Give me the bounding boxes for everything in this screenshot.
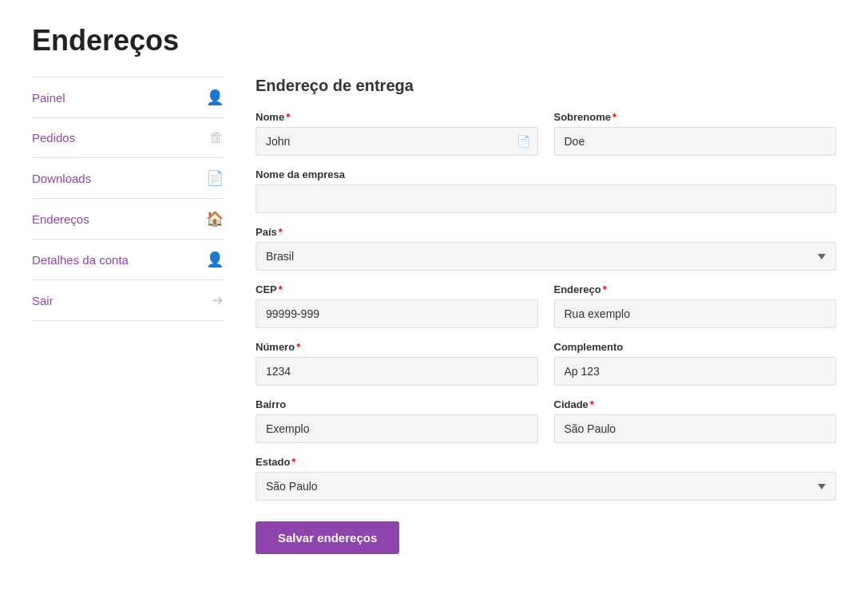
cep-endereco-row: CEP* Endereço* [256, 283, 836, 328]
complemento-input[interactable] [554, 357, 837, 386]
sair-icon: ➜ [212, 291, 224, 309]
complemento-group: Complemento [554, 341, 837, 386]
empresa-label: Nome da empresa [256, 168, 836, 180]
nome-group: Nome* 📄 [256, 111, 538, 156]
estado-required: * [291, 456, 295, 468]
nome-input-wrapper: 📄 [256, 127, 538, 156]
complemento-label: Complemento [554, 341, 837, 353]
empresa-input[interactable] [256, 184, 836, 213]
section-title: Endereço de entrega [256, 77, 836, 95]
endereco-group: Endereço* [554, 283, 837, 328]
cep-required: * [279, 283, 283, 295]
numero-group: Número* [256, 341, 538, 386]
estado-select[interactable]: São Paulo Rio de Janeiro Minas Gerais [256, 472, 836, 501]
estado-row: Estado* São Paulo Rio de Janeiro Minas G… [256, 456, 836, 501]
bairro-cidade-row: Bairro Cidade* [256, 398, 836, 443]
detalhes-icon: 👤 [206, 251, 224, 268]
cidade-required: * [590, 398, 594, 410]
sidebar-item-painel[interactable]: Painel 👤 [32, 77, 224, 118]
enderecos-icon: 🏠 [206, 210, 224, 228]
nome-card-icon: 📄 [517, 135, 530, 148]
sidebar-item-pedidos[interactable]: Pedidos 🗑 [32, 118, 224, 158]
bairro-input[interactable] [256, 414, 538, 443]
sidebar-painel-label: Painel [32, 91, 65, 105]
endereco-required: * [603, 283, 607, 295]
main-content: Endereço de entrega Nome* 📄 Sobrenome* [256, 77, 836, 554]
sidebar-sair-label: Sair [32, 294, 54, 307]
pais-group: País* Brasil Argentina Chile [256, 226, 836, 271]
cep-input[interactable] [256, 299, 538, 328]
page-title: Endereços [32, 24, 836, 57]
sidebar-pedidos-label: Pedidos [32, 131, 75, 145]
nome-input[interactable] [256, 127, 538, 156]
save-button[interactable]: Salvar endereços [256, 521, 399, 554]
sidebar-item-downloads[interactable]: Downloads 📄 [32, 158, 224, 199]
nome-label: Nome* [256, 111, 538, 123]
pais-label: País* [256, 226, 836, 238]
cidade-label: Cidade* [554, 398, 837, 410]
downloads-icon: 📄 [206, 169, 224, 187]
endereco-input[interactable] [554, 299, 837, 328]
bairro-label: Bairro [256, 398, 538, 410]
cidade-input[interactable] [554, 414, 837, 443]
sidebar: Painel 👤 Pedidos 🗑 Downloads 📄 Endereços… [32, 77, 224, 554]
painel-icon: 👤 [206, 89, 224, 106]
sidebar-enderecos-label: Endereços [32, 212, 89, 226]
empresa-row: Nome da empresa [256, 168, 836, 213]
endereco-label: Endereço* [554, 283, 837, 295]
sobrenome-group: Sobrenome* [554, 111, 837, 156]
estado-group: Estado* São Paulo Rio de Janeiro Minas G… [256, 456, 836, 501]
pais-select[interactable]: Brasil Argentina Chile [256, 242, 836, 271]
sobrenome-label: Sobrenome* [554, 111, 837, 123]
bairro-group: Bairro [256, 398, 538, 443]
empresa-group: Nome da empresa [256, 168, 836, 213]
estado-label: Estado* [256, 456, 836, 468]
nome-sobrenome-row: Nome* 📄 Sobrenome* [256, 111, 836, 156]
sidebar-item-enderecos[interactable]: Endereços 🏠 [32, 199, 224, 240]
cep-label: CEP* [256, 283, 538, 295]
pedidos-icon: 🗑 [209, 129, 224, 146]
sidebar-item-detalhes[interactable]: Detalhes da conta 👤 [32, 240, 224, 280]
sidebar-downloads-label: Downloads [32, 172, 91, 185]
sidebar-item-sair[interactable]: Sair ➜ [32, 280, 224, 321]
cidade-group: Cidade* [554, 398, 837, 443]
numero-input[interactable] [256, 357, 538, 386]
numero-required: * [296, 341, 300, 353]
nome-required: * [286, 111, 290, 123]
cep-group: CEP* [256, 283, 538, 328]
numero-label: Número* [256, 341, 538, 353]
pais-required: * [279, 226, 283, 238]
sidebar-detalhes-label: Detalhes da conta [32, 253, 129, 267]
sobrenome-input[interactable] [554, 127, 837, 156]
numero-complemento-row: Número* Complemento [256, 341, 836, 386]
sobrenome-required: * [612, 111, 616, 123]
pais-row: País* Brasil Argentina Chile [256, 226, 836, 271]
